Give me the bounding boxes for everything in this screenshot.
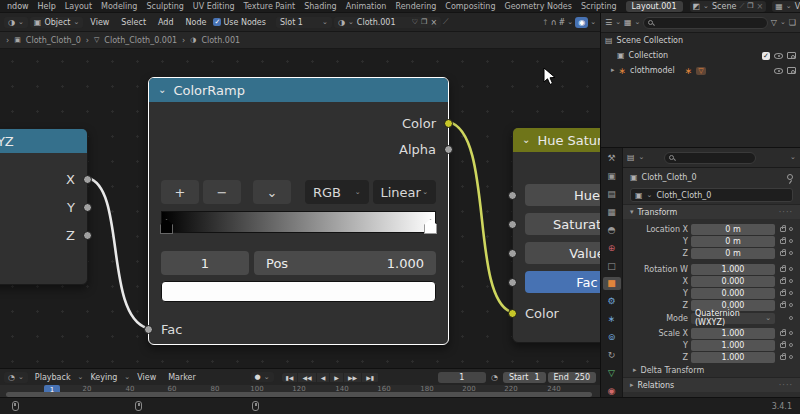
panel-drag-dots[interactable]: ····: [779, 381, 793, 390]
workspace-tab-animation[interactable]: Animation: [342, 2, 391, 11]
outliner-row-scene-collection[interactable]: ▤ Scene Collection: [601, 33, 800, 48]
remove-stop-button[interactable]: −: [203, 180, 241, 204]
collection-checkbox[interactable]: ✓: [762, 52, 770, 60]
tab-material[interactable]: ◉: [603, 384, 621, 397]
tab-constraints[interactable]: ↻: [603, 348, 621, 361]
slot-dropdown[interactable]: Slot 1 ⌄: [276, 17, 332, 28]
tab-render[interactable]: ▣: [603, 170, 621, 183]
animate-dot[interactable]: [789, 291, 793, 295]
interpolation-dropdown[interactable]: Linear ⌄: [373, 180, 437, 204]
tab-output[interactable]: ▤: [603, 188, 621, 201]
breadcrumb-material[interactable]: Cloth.001: [201, 36, 240, 45]
pin-icon[interactable]: ⟋: [739, 2, 744, 10]
breadcrumb-modifier[interactable]: Cloth_Cloth_0.001: [104, 36, 177, 45]
eye-icon[interactable]: [774, 53, 783, 59]
node-hue-saturation[interactable]: ⌄ Hue Saturation Hue Saturation Valu: [512, 127, 600, 343]
prev-keyframe-button[interactable]: ◀◀: [298, 373, 316, 382]
animate-dot[interactable]: [789, 355, 793, 359]
workspace-tab-texture-paint[interactable]: Texture Paint: [240, 2, 300, 11]
ramp-options-dropdown[interactable]: ⌄: [253, 180, 291, 204]
copy-icon[interactable]: ❐: [747, 2, 753, 10]
menu-playback[interactable]: Playback: [30, 373, 76, 382]
menu-view[interactable]: View: [132, 373, 161, 382]
rotation-mode-dropdown[interactable]: Quaternion (WXYZ) ⌄: [691, 313, 775, 324]
chevron-down-icon[interactable]: ⌄: [639, 154, 645, 161]
copy-icon[interactable]: ❐: [421, 18, 427, 26]
lock-icon[interactable]: [780, 227, 786, 232]
value-field[interactable]: Value: [525, 242, 600, 264]
snap-target-icon[interactable]: #: [559, 18, 566, 27]
workspace-tab-layout-001-active[interactable]: Layout.001: [626, 1, 683, 12]
scene-name[interactable]: Scene: [712, 2, 736, 11]
stop-index-field[interactable]: 1: [161, 251, 249, 275]
socket-alpha-output[interactable]: [444, 145, 453, 154]
relations-panel-header[interactable]: ▸ Relations ····: [623, 377, 800, 392]
fake-user-shield-icon[interactable]: ♡: [412, 18, 418, 26]
workspace-tab-modeling[interactable]: Modeling: [97, 2, 141, 11]
tab-collection[interactable]: □: [603, 259, 621, 272]
tab-modifiers[interactable]: ⚙: [603, 295, 621, 308]
socket-color-output[interactable]: [444, 119, 453, 128]
rotation-x-field[interactable]: 0.000: [691, 276, 775, 287]
chevron-down-icon[interactable]: ⌄: [780, 19, 786, 26]
use-nodes-checkbox[interactable]: ✓: [213, 18, 221, 26]
lock-icon[interactable]: [780, 343, 786, 348]
editor-type-selector[interactable]: ◑ ⌄: [4, 17, 28, 28]
socket-hue-input[interactable]: [508, 191, 517, 200]
workspace-tab-sculpting[interactable]: Sculpting: [142, 2, 187, 11]
play-button[interactable]: ▶: [330, 373, 344, 382]
expand-arrow-icon[interactable]: ▸: [611, 67, 615, 74]
auto-keying-button[interactable]: ● ⌄: [251, 372, 274, 382]
scale-z-field[interactable]: 1.000: [691, 352, 775, 363]
node-colorramp[interactable]: ⌄ ColorRamp Color Alpha +: [148, 77, 449, 345]
lock-icon[interactable]: [780, 251, 786, 256]
location-z-field[interactable]: 0 m: [691, 248, 775, 259]
eye-icon[interactable]: [774, 68, 783, 74]
display-mode-dropdown[interactable]: ☰: [605, 18, 612, 27]
outliner-row-collection[interactable]: ▣ Collection ✓: [601, 48, 800, 63]
menu-window[interactable]: ndow: [3, 2, 33, 11]
animate-dot[interactable]: [789, 316, 793, 320]
workspace-tab-uv-editing[interactable]: UV Editing: [189, 2, 239, 11]
menu-add[interactable]: Add: [153, 18, 179, 27]
workspace-tab-layout[interactable]: Layout: [61, 2, 96, 11]
workspace-tab-compositing[interactable]: Compositing: [441, 2, 499, 11]
tab-object-active[interactable]: ■: [603, 277, 621, 290]
material-name[interactable]: Cloth.001: [357, 18, 409, 27]
snapping-magnet-icon[interactable]: ∩: [551, 18, 557, 27]
link-xyz-to-colorramp[interactable]: [88, 178, 147, 328]
animate-dot[interactable]: [789, 331, 793, 335]
socket-saturation-input[interactable]: [508, 220, 517, 229]
node-huesat-header[interactable]: ⌄ Hue Saturation: [513, 128, 600, 152]
hue-field[interactable]: Hue: [525, 184, 600, 206]
socket-fac-input[interactable]: [144, 325, 153, 334]
workspace-tab-scripting[interactable]: Scripting: [577, 2, 621, 11]
socket-x-output[interactable]: [83, 175, 92, 184]
chevron-down-icon[interactable]: ⌄: [635, 19, 641, 26]
workspace-tab-rendering[interactable]: Rendering: [391, 2, 440, 11]
tab-particles[interactable]: ∗: [603, 313, 621, 326]
socket-color-input[interactable]: [508, 309, 517, 318]
node-canvas[interactable]: XYZ X Y Z: [0, 49, 600, 368]
collection-label[interactable]: Collection: [629, 51, 669, 60]
workspace-tab-geometry-nodes[interactable]: Geometry Nodes: [500, 2, 575, 11]
socket-z-output[interactable]: [83, 231, 92, 240]
new-collection-icon[interactable]: ❏: [789, 18, 796, 27]
panel-drag-dots[interactable]: ····: [779, 208, 793, 217]
scale-y-field[interactable]: 1.000: [691, 340, 775, 351]
transform-panel-header[interactable]: ▾ Transform ····: [623, 204, 800, 219]
close-icon[interactable]: ×: [757, 2, 764, 11]
filter-funnel-icon[interactable]: ▽: [771, 18, 777, 27]
chevron-down-icon[interactable]: ⌄: [615, 19, 621, 26]
object-label[interactable]: clothmodel: [630, 66, 675, 75]
menu-help[interactable]: Help: [34, 2, 60, 11]
lock-icon[interactable]: [780, 279, 786, 284]
ramp-handle-white-selected[interactable]: [424, 219, 437, 234]
animate-dot[interactable]: [789, 251, 793, 255]
pin-icon[interactable]: [787, 174, 793, 180]
active-object-name[interactable]: Cloth_Cloth_0: [642, 173, 697, 182]
chevron-down-icon[interactable]: ⌄: [703, 3, 709, 10]
chevron-down-icon[interactable]: ⌄: [786, 3, 792, 10]
view-layer-name[interactable]: ViewLayer: [795, 2, 800, 11]
location-y-field[interactable]: 0 m: [691, 236, 775, 247]
